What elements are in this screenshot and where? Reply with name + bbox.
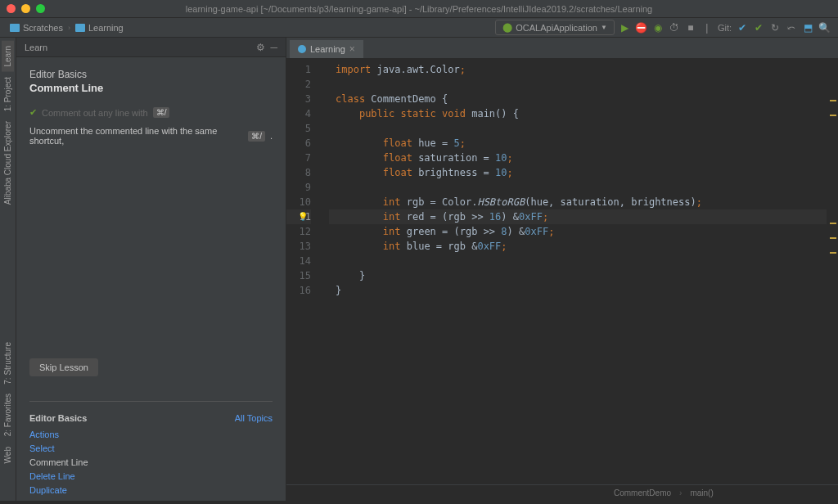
minimize-icon[interactable]: ─: [270, 42, 277, 53]
line-number: 14: [286, 254, 311, 268]
breadcrumb-label: Learning: [88, 23, 124, 33]
gear-icon[interactable]: ⚙: [256, 42, 265, 53]
line-number: 8: [286, 165, 311, 180]
line-number: 3: [286, 92, 311, 106]
topic-duplicate[interactable]: Duplicate: [29, 485, 273, 495]
code-line-11: int red = (rgb >> 16) &0xFF;: [329, 209, 827, 224]
line-number: 9: [286, 180, 311, 195]
warning-mark[interactable]: [830, 237, 836, 239]
warning-mark[interactable]: [830, 100, 836, 101]
code-line-14: [329, 254, 827, 268]
code-line-15: }: [329, 268, 827, 283]
breadcrumb-class[interactable]: CommentDemo: [614, 488, 671, 497]
code-line-10: int rgb = Color.HSBtoRGB(hue, saturation…: [329, 195, 827, 209]
code-line-13: int blue = rgb &0xFF;: [329, 239, 827, 254]
run-button[interactable]: ▶: [619, 22, 631, 34]
run-config-selector[interactable]: ⬤ OCALApiApplication ▼: [495, 20, 615, 35]
window-controls: [7, 4, 45, 13]
lesson-category: Editor Basics: [29, 69, 273, 80]
window-titlebar: learning-game-api [~/Documents/p3/learni…: [0, 0, 838, 18]
line-number: 11💡: [286, 209, 311, 224]
warning-mark[interactable]: [830, 115, 836, 116]
code-line-6: float hue = 5;: [329, 136, 827, 151]
vcs-commit-button[interactable]: ✔: [753, 22, 764, 34]
lesson-step-completed: ✔ Comment out any line with ⌘/: [29, 107, 273, 118]
profile-button[interactable]: ⏱: [669, 22, 680, 34]
cloud-explorer-tab[interactable]: Alibaba Cloud Explorer: [2, 116, 14, 209]
git-label: Git:: [718, 23, 732, 33]
learn-tool-tab[interactable]: Learn: [2, 41, 14, 72]
keyboard-shortcut: ⌘/: [248, 131, 265, 142]
lesson-step-current: Uncomment the commented line with the sa…: [29, 126, 273, 146]
favorites-tool-tab[interactable]: 2: Favorites: [2, 389, 14, 441]
topic-list: Actions Select Comment Line Delete Line …: [29, 430, 273, 501]
line-number: 10: [286, 195, 311, 209]
code-line-1: import java.awt.Color;: [329, 62, 827, 77]
topics-section: Editor Basics All Topics Actions Select …: [29, 401, 273, 501]
web-tool-tab[interactable]: Web: [2, 442, 14, 468]
close-window-button[interactable]: [7, 4, 16, 13]
stop-button[interactable]: ■: [685, 22, 696, 34]
status-bar: [0, 501, 838, 504]
folder-icon: [10, 24, 20, 32]
structure-tool-tab[interactable]: 7: Structure: [2, 337, 14, 389]
topic-delete-line[interactable]: Delete Line: [29, 471, 273, 481]
warning-mark[interactable]: [830, 223, 836, 224]
code-line-12: int green = (rgb >> 8) &0xFF;: [329, 224, 827, 239]
editor-tab-learning[interactable]: Learning ×: [290, 40, 364, 58]
editor-error-stripe[interactable]: [827, 59, 838, 484]
run-coverage-button[interactable]: ◉: [652, 22, 664, 34]
editor-area: Learning × 1 2 3 4 5 6 7 8 9 10 11💡 12 1…: [286, 38, 838, 501]
warning-mark[interactable]: [830, 252, 836, 254]
window-title: learning-game-api [~/Documents/p3/learni…: [186, 4, 652, 14]
minimize-window-button[interactable]: [21, 4, 30, 13]
lesson-step-suffix: .: [270, 131, 273, 141]
line-number: 5: [286, 121, 311, 136]
update-button[interactable]: ⬒: [802, 22, 813, 34]
topic-actions[interactable]: Actions: [29, 430, 273, 439]
left-tool-rail: Learn 1: Project Alibaba Cloud Explorer …: [0, 38, 16, 501]
vcs-update-button[interactable]: ✔: [737, 22, 748, 34]
lesson-step-text: Comment out any line with: [42, 108, 148, 118]
project-tool-tab[interactable]: 1: Project: [2, 72, 14, 116]
topic-comment-line[interactable]: Comment Line: [29, 457, 273, 467]
toolbar-right: ⬤ OCALApiApplication ▼ ▶ ⛔ ◉ ⏱ ■ | Git: …: [495, 20, 838, 35]
code-line-2: [329, 77, 827, 92]
maximize-window-button[interactable]: [36, 4, 45, 13]
chevron-right-icon: ›: [68, 24, 70, 32]
chevron-right-icon: ›: [679, 488, 682, 497]
line-number: 15: [286, 268, 311, 283]
editor-tab-bar: Learning ×: [286, 38, 838, 59]
topics-title: Editor Basics: [29, 413, 87, 423]
vcs-revert-button[interactable]: ⤺: [786, 22, 797, 34]
close-tab-icon[interactable]: ×: [349, 43, 355, 55]
line-number: 7: [286, 151, 311, 165]
all-topics-link[interactable]: All Topics: [235, 413, 273, 423]
code-line-16: }: [329, 283, 827, 298]
breadcrumb-item[interactable]: Learning: [75, 23, 124, 33]
learn-panel: Learn ⚙ ─ Editor Basics Comment Line ✔ C…: [16, 38, 286, 501]
line-number: 13: [286, 239, 311, 254]
editor-breadcrumb: CommentDemo › main(): [286, 484, 838, 501]
folder-icon: [75, 24, 85, 32]
vcs-history-button[interactable]: ↻: [769, 22, 781, 34]
search-button[interactable]: 🔍: [818, 22, 830, 34]
code-editor[interactable]: 1 2 3 4 5 6 7 8 9 10 11💡 12 13 14 15 16 …: [286, 59, 838, 484]
line-number: 6: [286, 136, 311, 151]
lesson-title: Comment Line: [29, 82, 273, 94]
code-line-8: float brightness = 10;: [329, 165, 827, 180]
separator: |: [701, 22, 713, 34]
line-number: 12: [286, 224, 311, 239]
checkmark-icon: ✔: [29, 107, 37, 118]
lesson-step-text: Uncomment the commented line with the sa…: [29, 126, 243, 146]
topic-select[interactable]: Select: [29, 443, 273, 453]
code-line-5: [329, 121, 827, 136]
skip-lesson-button[interactable]: Skip Lesson: [29, 358, 98, 376]
intention-bulb-icon[interactable]: 💡: [298, 209, 308, 224]
debug-button[interactable]: ⛔: [636, 22, 647, 34]
learn-panel-header: Learn ⚙ ─: [16, 38, 286, 57]
breadcrumb-root[interactable]: Scratches: [10, 23, 63, 33]
navigation-toolbar: Scratches › Learning ⬤ OCALApiApplicatio…: [0, 18, 838, 38]
code-text-area[interactable]: import java.awt.Color; class CommentDemo…: [329, 59, 827, 484]
breadcrumb-method[interactable]: main(): [690, 488, 713, 497]
